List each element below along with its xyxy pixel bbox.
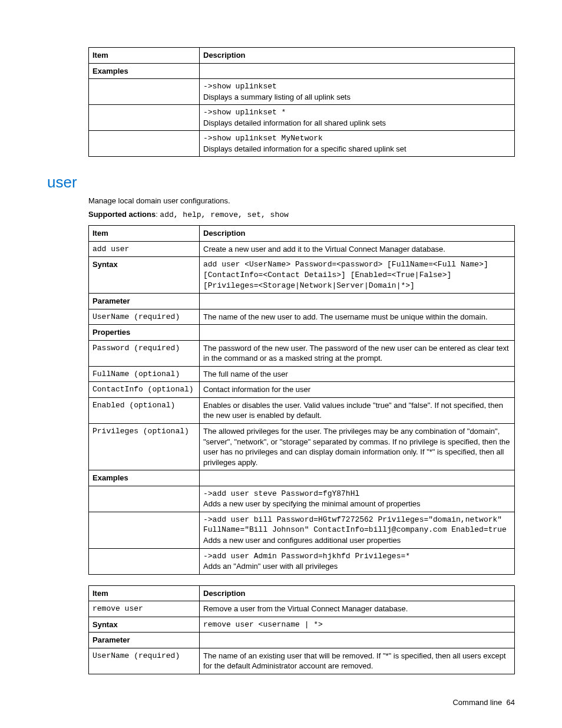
description-text: Displays a summary listing of all uplink…	[203, 92, 511, 103]
table-row: Password (required)The password of the n…	[89, 340, 515, 366]
item-cell: UserName (required)	[89, 309, 200, 325]
description-text: Remove a user from the Virtual Connect M…	[203, 604, 511, 614]
item-cell	[89, 105, 200, 131]
description-cell	[200, 325, 515, 341]
item-cell: Examples	[89, 63, 200, 79]
table-row: Syntaxremove user <username | *>	[89, 617, 515, 633]
description-cell: The name of an existing user that will b…	[200, 648, 515, 674]
description-cell: The allowed privileges for the user. The…	[200, 424, 515, 470]
remove-user-table: Item Description remove userRemove a use…	[88, 585, 515, 674]
table-row: Examples	[89, 63, 515, 79]
item-cell	[89, 131, 200, 157]
item-cell: Syntax	[89, 617, 200, 633]
code-text: ->add user Admin Password=hjkhfd Privile…	[203, 551, 511, 562]
description-cell: ->show uplinkset *Displays detailed info…	[200, 105, 515, 131]
item-cell: remove user	[89, 601, 200, 617]
code-text: ->add user steve Password=fgY87hHl	[203, 489, 511, 499]
description-text: Enables or disables the user. Valid valu…	[203, 400, 511, 421]
table-row: Enabled (optional)Enables or disables th…	[89, 397, 515, 423]
table-row: add userCreate a new user and add it to …	[89, 241, 515, 257]
table-header-item: Item	[89, 585, 200, 601]
table-row: ->add user Admin Password=hjkhfd Privile…	[89, 548, 515, 574]
table-header-desc: Description	[200, 585, 515, 601]
description-text: Adds a new user by specifying the minima…	[203, 499, 511, 509]
description-text: Contact information for the user	[203, 384, 511, 395]
description-cell: ->show uplinksetDisplays a summary listi…	[200, 79, 515, 105]
item-cell: Password (required)	[89, 340, 200, 366]
description-text: The name of the new user to add. The use…	[203, 312, 511, 322]
description-cell	[200, 470, 515, 486]
description-text: The full name of the user	[203, 369, 511, 380]
footer-page-number: 64	[507, 698, 515, 707]
item-cell: Properties	[89, 325, 200, 341]
table-header-item: Item	[89, 226, 200, 242]
description-text: Adds a new user and configures additiona…	[203, 535, 511, 546]
description-cell: ->add user Admin Password=hjkhfd Privile…	[200, 548, 515, 574]
item-cell	[89, 486, 200, 512]
item-cell	[89, 548, 200, 574]
item-cell: add user	[89, 241, 200, 257]
description-text: Create a new user and add it to the Virt…	[203, 244, 511, 255]
description-cell: The password of the new user. The passwo…	[200, 340, 515, 366]
description-cell: add user <UserName> Password=<password> …	[200, 257, 515, 294]
item-cell	[89, 79, 200, 105]
item-cell: Parameter	[89, 633, 200, 648]
code-text: ->add user bill Password=HGtwf7272562 Pr…	[203, 515, 511, 535]
table-row: Syntaxadd user <UserName> Password=<pass…	[89, 257, 515, 294]
supported-actions-value: add, help, remove, set, show	[160, 210, 288, 219]
description-cell	[200, 294, 515, 309]
description-text: The allowed privileges for the user. The…	[203, 426, 511, 467]
table-row: FullName (optional)The full name of the …	[89, 366, 515, 382]
table-header-desc: Description	[200, 48, 515, 64]
table-row: ContactInfo (optional)Contact informatio…	[89, 382, 515, 398]
table-row: ->show uplinksetDisplays a summary listi…	[89, 79, 515, 105]
table-row: ->show uplinkset *Displays detailed info…	[89, 105, 515, 131]
page-footer: Command line 64	[47, 698, 515, 707]
description-cell: ->show uplinkset MyNetworkDisplays detai…	[200, 131, 515, 157]
user-intro-text: Manage local domain user configurations.	[88, 196, 515, 205]
table-row: ->add user bill Password=HGtwf7272562 Pr…	[89, 512, 515, 548]
item-cell: FullName (optional)	[89, 366, 200, 382]
item-cell: Examples	[89, 470, 200, 486]
table-row: remove userRemove a user from the Virtua…	[89, 601, 515, 617]
description-text: Displays detailed information for a spec…	[203, 144, 511, 154]
table-row: UserName (required)The name of the new u…	[89, 309, 515, 325]
add-user-table: Item Description add userCreate a new us…	[88, 225, 515, 574]
description-cell: ->add user steve Password=fgY87hHlAdds a…	[200, 486, 515, 512]
description-cell: Create a new user and add it to the Virt…	[200, 241, 515, 257]
description-cell	[200, 633, 515, 648]
code-text: ->show uplinkset	[203, 81, 511, 92]
item-cell: Privileges (optional)	[89, 424, 200, 470]
description-cell: Contact information for the user	[200, 382, 515, 398]
table-row: ->add user steve Password=fgY87hHlAdds a…	[89, 486, 515, 512]
description-text: The name of an existing user that will b…	[203, 651, 511, 671]
item-cell: Syntax	[89, 257, 200, 294]
item-cell: Parameter	[89, 294, 200, 309]
code-text: add user <UserName> Password=<password> …	[203, 259, 511, 291]
table-row: Parameter	[89, 633, 515, 648]
supported-actions-label: Supported actions	[88, 210, 156, 219]
uplinkset-examples-table: Item Description Examples->show uplinkse…	[88, 47, 515, 157]
description-cell	[200, 63, 515, 79]
table-header-item: Item	[89, 48, 200, 64]
description-cell: Enables or disables the user. Valid valu…	[200, 397, 515, 423]
table-row: UserName (required)The name of an existi…	[89, 648, 515, 674]
description-cell: The full name of the user	[200, 366, 515, 382]
table-row: Examples	[89, 470, 515, 486]
footer-label: Command line	[452, 698, 502, 707]
table-header-desc: Description	[200, 226, 515, 242]
description-cell: Remove a user from the Virtual Connect M…	[200, 601, 515, 617]
description-cell: remove user <username | *>	[200, 617, 515, 633]
item-cell: ContactInfo (optional)	[89, 382, 200, 398]
table-row: ->show uplinkset MyNetworkDisplays detai…	[89, 131, 515, 157]
table-row: Properties	[89, 325, 515, 341]
table-row: Parameter	[89, 294, 515, 309]
description-cell: The name of the new user to add. The use…	[200, 309, 515, 325]
code-text: remove user <username | *>	[203, 620, 511, 630]
description-text: Adds an "Admin" user with all privileges	[203, 561, 511, 572]
item-cell: UserName (required)	[89, 648, 200, 674]
description-cell: ->add user bill Password=HGtwf7272562 Pr…	[200, 512, 515, 548]
description-text: The password of the new user. The passwo…	[203, 343, 511, 364]
code-text: ->show uplinkset MyNetwork	[203, 133, 511, 144]
description-text: Displays detailed information for all sh…	[203, 118, 511, 129]
